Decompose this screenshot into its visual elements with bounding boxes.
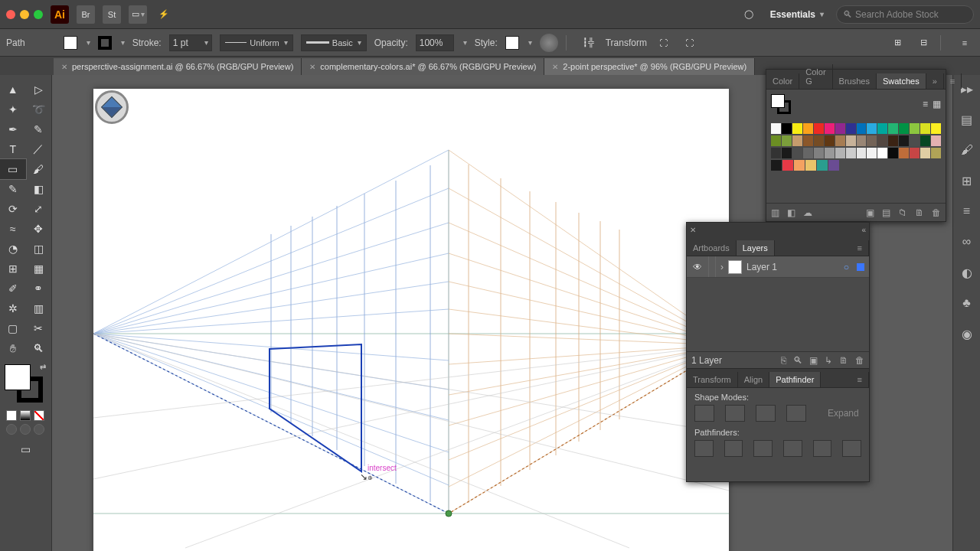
panel-menu-icon[interactable]: ≡ [851,372,869,387]
search-input[interactable]: 🔍︎ Search Adobe Stock [836,5,974,24]
style-swatch[interactable] [505,36,519,50]
collapse-icon[interactable]: « [861,226,866,234]
iso-left-icon[interactable]: ⛶ [655,34,673,52]
draw-inside[interactable] [34,424,44,435]
minus-back-button[interactable] [842,440,861,457]
shape-builder-tool[interactable]: ◔ [0,239,26,259]
width-tool[interactable]: ≈ [0,219,26,239]
lasso-tool[interactable]: ➰ [26,99,52,119]
draw-normal[interactable] [6,424,17,435]
panel-menu-icon[interactable]: ≡ [944,73,962,89]
list-view-icon[interactable]: ≡ [923,99,928,109]
swatch[interactable] [782,160,793,171]
screen-mode[interactable]: ▭ [8,439,44,459]
pen-tool[interactable]: ✒ [0,119,26,139]
rectangle-tool[interactable]: ▭ [0,159,26,179]
magic-wand-tool[interactable]: ✦ [0,99,26,119]
close-icon[interactable]: ✕ [61,63,67,71]
swatch[interactable] [835,123,845,134]
intersect-button[interactable] [756,405,776,422]
tab-artboards[interactable]: Artboards [687,240,737,256]
opacity-input[interactable]: 100% [416,34,454,51]
swatch[interactable] [910,123,920,134]
swatch[interactable] [782,123,792,134]
scale-tool[interactable]: ⤢ [26,199,52,219]
stroke-swatch[interactable] [98,36,112,50]
mesh-tool[interactable]: ⊞ [0,259,26,279]
search-icon[interactable]: 🔍︎ [793,355,802,366]
symbol-sprayer-tool[interactable]: ✲ [0,298,26,318]
hand-tool[interactable]: ✋︎ [0,338,26,358]
swatch[interactable] [803,123,813,134]
tab-color-guide[interactable]: Color G [799,64,832,89]
expand-button[interactable]: Expand [828,408,859,419]
swatch[interactable] [825,123,835,134]
new-group-icon[interactable]: ▣ [866,207,874,218]
profile-dropdown[interactable]: Uniform▾ [220,34,293,51]
swatch[interactable] [888,135,898,146]
swatch-kind-icon[interactable]: ◧ [787,207,795,218]
artboard-tool[interactable]: ▢ [0,318,26,338]
divide-button[interactable] [694,440,714,457]
swatch[interactable] [857,148,867,158]
close-icon[interactable]: ✕ [690,226,696,234]
slice-tool[interactable]: ✂︎ [26,318,52,338]
draw-behind[interactable] [20,424,31,435]
rotate-tool[interactable]: ⟳ [0,199,26,219]
swatch[interactable] [877,123,887,134]
recolor-icon[interactable] [540,34,558,52]
swatch[interactable] [846,148,856,158]
shaper-tool[interactable]: ✎ [0,179,26,199]
tab-layers[interactable]: Layers [737,240,775,256]
swatch[interactable] [877,148,887,158]
swatch[interactable] [899,123,909,134]
swatches-panel[interactable]: Color Color G Brushes Swatches » ≡ ≡ ▦ ▥… [766,69,946,222]
panel-stack-icon[interactable]: ⊟ [914,34,933,52]
new-folder-icon[interactable]: 📁︎ [898,207,907,218]
layer-row[interactable]: 👁︎ › Layer 1 ○ [687,256,869,278]
artboard[interactable]: intersect ↘⊕ [93,89,729,551]
panel-collapse-icon[interactable]: » [926,73,944,89]
layer-name[interactable]: Layer 1 [746,262,777,272]
swatch[interactable] [867,148,877,158]
libraries-icon[interactable]: ▤ [958,110,976,129]
locate-icon[interactable]: ⎘ [781,355,786,366]
minimize-window[interactable] [20,10,29,19]
perspective-tool[interactable]: ◫ [26,239,52,259]
swatch[interactable] [825,135,835,146]
blend-tool[interactable]: ⚭ [26,279,52,298]
fill-stroke-control[interactable]: ⇄ [5,364,43,403]
tab-swatches[interactable]: Swatches [877,73,926,89]
swatch[interactable] [771,148,781,158]
swatch[interactable] [910,135,920,146]
line-tool[interactable]: ／ [26,139,52,159]
tab-transform[interactable]: Transform [687,372,738,387]
swatch[interactable] [931,148,941,158]
swatch[interactable] [888,148,898,158]
swatch[interactable] [920,148,930,158]
delete-icon[interactable]: 🗑︎ [932,207,941,218]
target-icon[interactable]: ○ [844,262,849,272]
swatch[interactable] [835,135,845,146]
layers-pathfinder-panel[interactable]: ✕« Artboards Layers ≡ 👁︎ › Layer 1 ○ 1 L… [686,222,870,482]
swatch[interactable] [910,148,920,158]
trim-button[interactable] [724,440,743,457]
swatch[interactable] [794,160,805,171]
zoom-tool[interactable]: 🔍︎ [26,338,52,358]
close-icon[interactable]: ✕ [552,63,558,71]
swatch-grid[interactable] [766,119,946,175]
new-layer-icon[interactable]: 🗎 [839,355,848,366]
swatch[interactable] [867,135,877,146]
tab-color[interactable]: Color [766,73,799,89]
column-graph-tool[interactable]: ▥ [26,298,52,318]
swatch-lib-icon[interactable]: ▥ [771,207,779,218]
none-mode[interactable] [34,410,44,421]
bridge-icon[interactable]: Br [77,5,95,24]
close-icon[interactable]: ✕ [309,63,315,71]
swatch[interactable] [931,135,941,146]
stroke-panel-icon[interactable]: ≡ [958,202,976,220]
swatch[interactable] [931,123,941,134]
links-icon[interactable]: ∞ [958,233,976,251]
stroke-weight-input[interactable]: 1 pt▾ [169,34,212,51]
workspace-switcher[interactable]: Essentials▾ [766,9,828,20]
